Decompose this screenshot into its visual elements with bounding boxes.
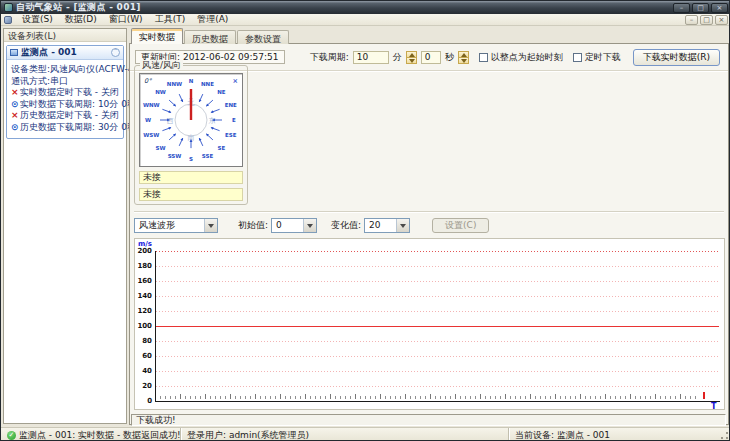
waveform-chart: m/s 020406080100120140160180200 T xyxy=(134,238,725,410)
x-ruler-tick xyxy=(445,396,446,399)
menu-item-admin[interactable]: 管理(A) xyxy=(191,14,234,25)
x-ruler-tick xyxy=(195,396,196,399)
x-ruler-tick xyxy=(460,396,461,399)
settings-button[interactable]: 设置(C) xyxy=(432,218,489,233)
x-ruler-tick xyxy=(630,394,631,399)
disabled-x-icon: × xyxy=(11,87,20,99)
minutes-spin-up-icon[interactable] xyxy=(406,51,417,58)
mdi-restore-button[interactable]: □ xyxy=(700,15,713,25)
timed-download-checkbox[interactable] xyxy=(573,53,582,62)
statusbar-device: 当前设备: 监测点 - 001 xyxy=(515,429,610,441)
seconds-spin-up-icon[interactable] xyxy=(458,51,469,58)
x-ruler-tick xyxy=(250,396,251,399)
minimize-button[interactable]: – xyxy=(673,3,690,13)
x-ruler-tick xyxy=(230,394,231,399)
x-ruler-tick xyxy=(300,396,301,399)
child-window-icon[interactable] xyxy=(4,16,12,24)
seconds-spin-down-icon[interactable] xyxy=(458,58,469,64)
x-ruler-tick xyxy=(265,396,266,399)
seconds-input[interactable]: 0 xyxy=(421,51,441,64)
x-ruler-tick xyxy=(670,396,671,399)
minutes-spin-down-icon[interactable] xyxy=(406,58,417,64)
device-list-header: 设备列表(L) xyxy=(4,29,126,42)
statusbar-device-segment: 当前设备: 监测点 - 001 xyxy=(509,428,730,441)
compass-direction-label: E xyxy=(232,117,236,123)
gridline xyxy=(156,341,719,342)
x-ruler-tick xyxy=(650,396,651,399)
statusbar: ✓ 监测点 - 001: 实时数据 - 数据返回成功! 登录用户: admin(… xyxy=(1,427,730,441)
compass-direction-label: NE xyxy=(217,89,226,95)
x-ruler-tick xyxy=(325,396,326,399)
compass-needle xyxy=(190,89,192,120)
chevron-down-icon[interactable] xyxy=(396,219,409,232)
device-info-text: 历史数据定时下载 - 关闭 xyxy=(20,110,119,120)
close-button[interactable]: × xyxy=(711,3,728,13)
seconds-unit-label: 秒 xyxy=(445,51,454,64)
x-ruler-tick xyxy=(160,396,161,399)
x-ruler-tick xyxy=(240,396,241,399)
gridline xyxy=(156,296,719,297)
x-ruler-tick xyxy=(200,396,201,399)
x-ruler-tick xyxy=(315,396,316,399)
wind-direction-field: 未接 xyxy=(139,188,243,201)
chart-controls: 风速波形 初始值: 0 变化值: 20 设置(C) xyxy=(134,217,726,233)
x-ruler-tick xyxy=(345,396,346,399)
x-ruler-tick xyxy=(620,396,621,399)
initial-value-select[interactable]: 0 xyxy=(271,218,317,233)
waveform-select[interactable]: 风速波形 xyxy=(134,218,218,233)
timed-download-checkbox-group: 定时下载 xyxy=(573,51,621,64)
collapse-icon[interactable]: ˄ xyxy=(111,48,120,57)
x-ruler-tick xyxy=(415,396,416,399)
mdi-minimize-button[interactable]: – xyxy=(685,15,698,25)
x-ruler-tick xyxy=(280,394,281,399)
x-ruler-tick xyxy=(520,396,521,399)
x-ruler-tick xyxy=(585,396,586,399)
tab-realtime[interactable]: 实时数据 xyxy=(131,28,183,44)
x-ruler-tick xyxy=(395,396,396,399)
x-ruler-tick xyxy=(400,396,401,399)
chevron-down-icon[interactable] xyxy=(303,219,316,232)
compass-direction-label: N xyxy=(189,78,194,84)
tab-history[interactable]: 历史数据 xyxy=(184,30,236,44)
tab-params[interactable]: 参数设置 xyxy=(237,30,289,44)
mdi-close-button[interactable]: × xyxy=(715,15,728,25)
change-value-select[interactable]: 20 xyxy=(364,218,410,233)
compass-direction-label: SSW xyxy=(168,153,182,159)
chevron-down-icon[interactable] xyxy=(204,219,217,232)
x-ruler-tick xyxy=(340,396,341,399)
device-card-header[interactable]: 监测点 - 001 ˄ xyxy=(7,46,123,60)
wind-group: 风速/风向 北东南西NNNENEENEEESESESSESSSWSWWSWWWN… xyxy=(134,65,248,205)
compass-direction-label: W xyxy=(145,117,151,123)
compass-direction-label: WSW xyxy=(143,132,159,138)
minutes-input[interactable]: 10 xyxy=(353,51,389,64)
menu-item-tools[interactable]: 工具(T) xyxy=(149,14,192,25)
x-ruler-tick xyxy=(390,396,391,399)
menu-item-settings[interactable]: 设置(S) xyxy=(16,14,59,25)
x-ruler-tick xyxy=(260,396,261,399)
x-ruler-tick xyxy=(645,396,646,399)
maximize-button[interactable]: □ xyxy=(692,3,709,13)
hour-align-checkbox[interactable] xyxy=(479,53,488,62)
resize-grip[interactable] xyxy=(718,429,730,441)
download-realtime-button[interactable]: 下载实时数据(R) xyxy=(633,49,720,66)
menubar: 设置(S)数据(D)窗口(W)工具(T)管理(A) – □ × xyxy=(1,14,730,26)
menu-item-data[interactable]: 数据(D) xyxy=(59,14,103,25)
device-info-text: 通讯方式:串口 xyxy=(11,76,68,86)
x-ruler-tick xyxy=(185,396,186,399)
x-ruler-tick xyxy=(690,396,691,399)
x-ruler-tick xyxy=(635,396,636,399)
x-ruler-tick xyxy=(675,396,676,399)
menu-item-window[interactable]: 窗口(W) xyxy=(103,14,149,25)
x-ruler-tick xyxy=(270,396,271,399)
x-axis-label: T xyxy=(711,402,716,410)
y-tick-label: 160 xyxy=(135,277,152,285)
x-ruler-tick xyxy=(235,396,236,399)
y-tick-label: 60 xyxy=(135,352,152,360)
timed-download-label: 定时下载 xyxy=(585,51,621,64)
gridline xyxy=(156,266,719,267)
x-ruler-tick xyxy=(660,396,661,399)
x-ruler-tick xyxy=(385,396,386,399)
x-ruler-end-tick xyxy=(703,392,705,399)
x-ruler-tick xyxy=(485,396,486,399)
x-ruler-tick xyxy=(515,396,516,399)
